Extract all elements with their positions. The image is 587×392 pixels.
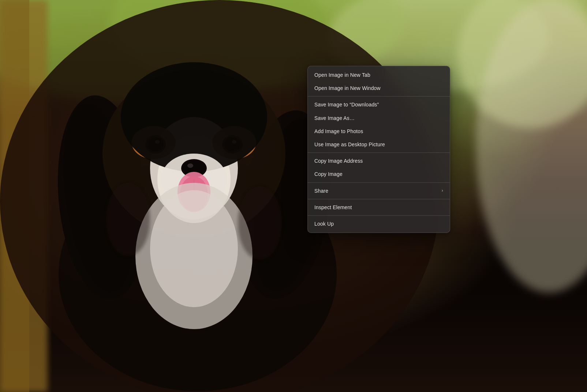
share-arrow-icon: ›	[442, 188, 443, 194]
menu-item-copy-image[interactable]: Copy Image	[308, 167, 450, 181]
svg-point-35	[238, 186, 282, 260]
separator-1	[308, 96, 450, 97]
menu-item-copy-address[interactable]: Copy Image Address	[308, 154, 450, 167]
menu-item-open-new-window[interactable]: Open Image in New Window	[308, 82, 450, 95]
svg-point-33	[150, 190, 238, 307]
separator-3	[308, 182, 450, 183]
menu-item-add-to-photos[interactable]: Add Image to Photos	[308, 125, 450, 138]
separator-5	[308, 215, 450, 216]
menu-item-look-up[interactable]: Look Up	[308, 217, 450, 230]
context-menu: Open Image in New Tab Open Image in New …	[307, 66, 450, 233]
svg-point-28	[187, 163, 193, 168]
menu-item-inspect-element[interactable]: Inspect Element	[308, 201, 450, 214]
menu-item-use-desktop[interactable]: Use Image as Desktop Picture	[308, 138, 450, 151]
separator-2	[308, 152, 450, 153]
menu-item-open-new-tab[interactable]: Open Image in New Tab	[308, 68, 450, 82]
dog-photo	[0, 0, 587, 392]
menu-item-share[interactable]: Share ›	[308, 184, 450, 197]
separator-4	[308, 199, 450, 199]
menu-item-save-downloads[interactable]: Save Image to “Downloads”	[308, 98, 450, 111]
svg-point-34	[106, 183, 150, 256]
menu-item-save-as[interactable]: Save Image As…	[308, 112, 450, 125]
